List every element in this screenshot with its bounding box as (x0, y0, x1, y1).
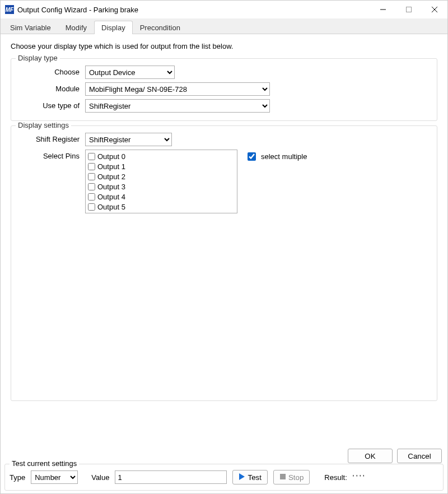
stop-button[interactable]: Stop (273, 470, 310, 484)
list-item[interactable]: Output 4 (88, 192, 235, 202)
pin-label: Output 5 (97, 203, 125, 211)
select-pins-label: Select Pins (19, 150, 85, 160)
test-button-label: Test (248, 473, 261, 482)
display-settings-legend: Display settings (16, 121, 71, 129)
result-label: Result: (324, 473, 347, 482)
pin-label: Output 2 (97, 173, 125, 181)
result-value: ' ' ' ' (353, 473, 365, 482)
tab-display[interactable]: Display (94, 21, 133, 34)
test-value-label: Value (91, 473, 109, 482)
pin-checkbox-3[interactable] (88, 183, 95, 190)
use-type-select[interactable]: ShiftRegister (85, 99, 270, 113)
test-group: Test current settings Type Number Value … (4, 464, 444, 491)
svg-rect-1 (407, 7, 412, 12)
display-type-group: Display type Choose Output Device Module… (11, 58, 437, 121)
cancel-button[interactable]: Cancel (397, 449, 442, 463)
test-section: Test current settings Type Number Value … (0, 464, 448, 494)
choose-label: Choose (19, 66, 85, 76)
play-icon (239, 473, 245, 482)
display-type-legend: Display type (16, 54, 60, 62)
module-select[interactable]: MobiFlight Mega/ SN-09E-728 (85, 82, 270, 96)
ok-button-label: OK (365, 452, 375, 460)
test-button[interactable]: Test (232, 470, 267, 484)
select-multiple-checkbox[interactable] (248, 152, 256, 161)
test-type-select[interactable]: Number (31, 470, 78, 484)
tab-strip: Sim Variable Modify Display Precondition (1, 18, 447, 34)
stop-button-label: Stop (288, 473, 304, 482)
content-area: Choose your display type which is used f… (1, 34, 447, 443)
svg-marker-4 (239, 473, 245, 480)
minimize-button[interactable] (370, 1, 396, 18)
cancel-button-label: Cancel (408, 452, 431, 460)
select-pins-listbox[interactable]: Output 0 Output 1 Output 2 Output 3 Outp… (85, 150, 237, 213)
window-title: Output Config Wizard - Parking brake (17, 6, 138, 14)
select-multiple-label: select multiple (261, 152, 307, 161)
test-value-input[interactable] (115, 470, 227, 484)
test-type-label: Type (10, 473, 25, 482)
title-bar: MF Output Config Wizard - Parking brake (1, 1, 447, 18)
tab-modify[interactable]: Modify (58, 21, 94, 34)
stop-icon (279, 473, 286, 482)
list-item[interactable]: Output 5 (88, 202, 235, 212)
ok-button[interactable]: OK (348, 449, 393, 463)
module-label: Module (19, 82, 85, 93)
use-type-label: Use type of (19, 99, 85, 110)
pin-checkbox-0[interactable] (88, 153, 95, 160)
list-item[interactable]: Output 3 (88, 181, 235, 192)
close-button[interactable] (422, 1, 447, 18)
list-item[interactable]: Output 1 (88, 161, 235, 171)
pin-label: Output 0 (97, 152, 125, 161)
app-icon: MF (5, 5, 14, 14)
tab-precondition[interactable]: Precondition (133, 21, 188, 34)
pin-checkbox-1[interactable] (88, 163, 95, 170)
maximize-button[interactable] (396, 1, 422, 18)
display-settings-group: Display settings Shift Register ShiftReg… (11, 125, 437, 401)
pin-label: Output 1 (97, 162, 125, 171)
pin-label: Output 4 (97, 193, 125, 201)
tab-sim-variable[interactable]: Sim Variable (3, 21, 58, 34)
pin-label: Output 3 (97, 183, 125, 191)
select-multiple-row: select multiple (245, 150, 307, 162)
pin-checkbox-4[interactable] (88, 193, 95, 201)
shift-register-label: Shift Register (19, 133, 85, 143)
list-item[interactable]: Output 0 (88, 151, 235, 161)
svg-rect-5 (280, 474, 286, 479)
pin-checkbox-2[interactable] (88, 173, 95, 180)
test-legend: Test current settings (10, 459, 79, 468)
list-item[interactable]: Output 2 (88, 171, 235, 181)
pin-checkbox-5[interactable] (88, 203, 95, 211)
instruction-text: Choose your display type which is used f… (11, 42, 437, 50)
choose-select[interactable]: Output Device (85, 66, 175, 79)
shift-register-select[interactable]: ShiftRegister (85, 133, 172, 146)
